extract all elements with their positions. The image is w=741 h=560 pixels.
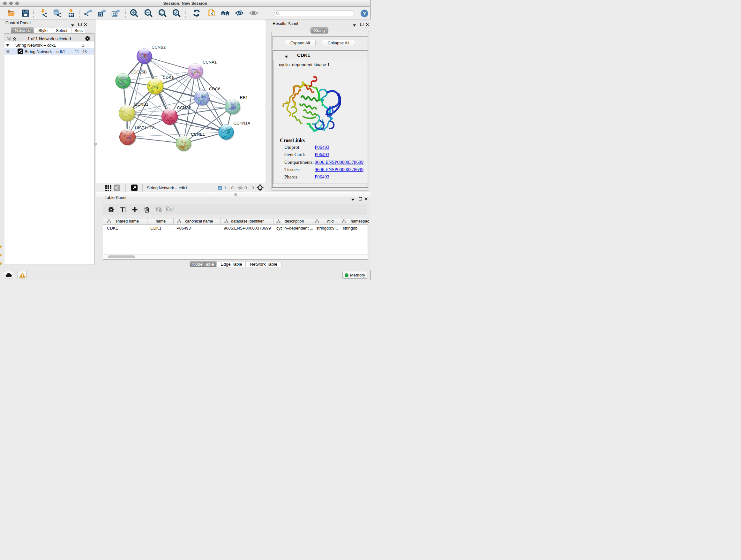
svg-text:RB1: RB1	[240, 95, 248, 100]
svg-text:CDC6: CDC6	[209, 86, 220, 91]
svg-text:CDK1: CDK1	[163, 75, 174, 80]
svg-text:CCNB1: CCNB1	[134, 102, 148, 107]
svg-text:CDC25B: CDC25B	[131, 70, 147, 74]
svg-text:HIST1H1A: HIST1H1A	[135, 125, 155, 130]
svg-text:CCNA2: CCNA2	[177, 105, 191, 110]
svg-text:CDKN1A: CDKN1A	[233, 121, 251, 125]
svg-text:CCNA1: CCNA1	[203, 60, 217, 64]
svg-text:CCNB2: CCNB2	[151, 45, 165, 50]
svg-text:CCNE1: CCNE1	[191, 132, 205, 137]
svg-text:?: ?	[363, 10, 366, 16]
